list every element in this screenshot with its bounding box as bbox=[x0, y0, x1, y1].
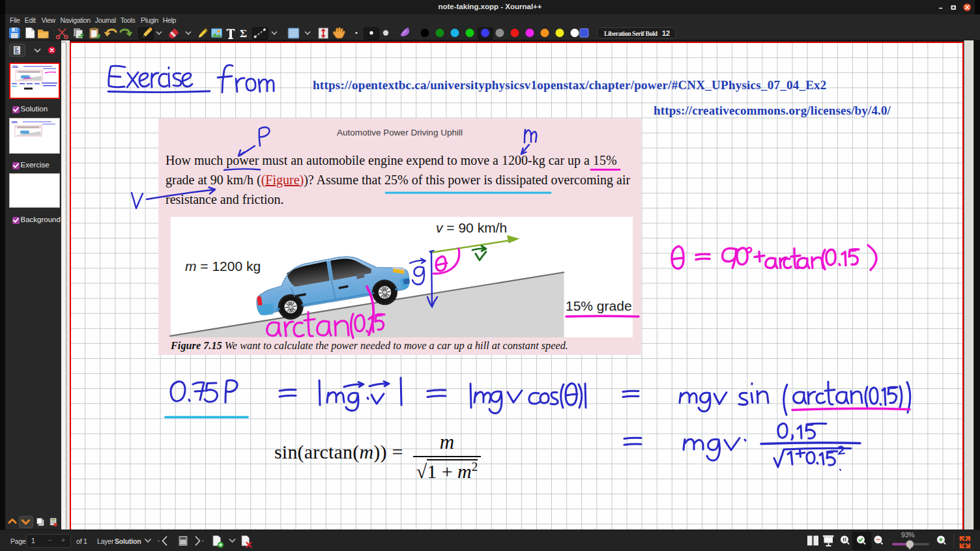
svg-text:93%: 93% bbox=[901, 531, 914, 539]
